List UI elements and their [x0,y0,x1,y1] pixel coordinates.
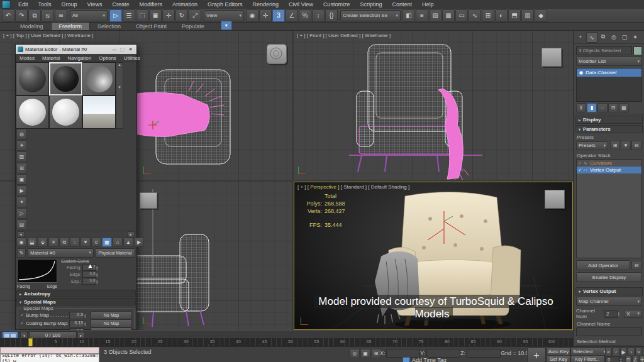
curve-param-value[interactable]: 0.8 [82,278,96,285]
select-and-link-icon[interactable]: ⧉ [28,9,41,22]
map-enable-checkbox[interactable]: ✓ [20,321,26,326]
rollout-parameters[interactable]: ▾Parameters [575,125,643,133]
menu-item[interactable]: Rendering [248,1,284,8]
pan-view-icon[interactable]: ✛ [639,355,644,362]
delete-preset-icon[interactable]: ⊟ [631,141,641,150]
modifier-stack-item[interactable]: Data Channel [586,70,616,75]
set-key-button[interactable]: Set Key [547,355,570,362]
select-by-material-icon[interactable]: ▷ [16,208,27,219]
zoom-extents-icon[interactable]: ⊡ [625,355,631,362]
operator-checkbox[interactable]: ✓ [578,168,584,173]
sample-type-icon[interactable]: ◍ [16,129,27,140]
operator-row[interactable]: ✓ ↦ Vertex Output [577,167,641,173]
scroll-right-icon[interactable]: ▸ [127,231,135,238]
menu-item[interactable]: Help [417,1,439,8]
maxscript-mini-listener[interactable]: SQLite error (14): os_win.c:35288: (5) w [0,354,99,362]
modifier-list-dropdown[interactable]: Modifier List [576,57,642,66]
time-slider-track[interactable]: ◂ 0 / 100 ▸ [0,330,573,339]
show-map-in-viewport-icon[interactable]: ▦ [102,238,112,247]
scene-helper-box[interactable] [140,192,157,209]
maxscript-mini-listener-pink[interactable] [0,347,99,354]
select-and-scale-icon[interactable]: ⤢ [189,9,201,22]
material-sample-slot[interactable] [49,96,82,129]
menu-item[interactable]: Scripting [355,1,387,8]
get-material-icon[interactable]: ◉ [16,238,26,247]
select-by-name-icon[interactable]: ☰ [123,9,135,22]
material-editor-menu-item[interactable]: Navigation [64,55,95,61]
operator-row[interactable]: ✓ ∿ Curvature [577,160,641,167]
track-ruler[interactable]: 5101520253035404550556065707580859095100 [0,338,573,346]
3dsmax-logo-icon[interactable] [2,1,11,9]
current-frame-field[interactable]: 0 [605,356,620,362]
material-editor-titlebar[interactable]: Material Editor - Material #0 — ▢ ✕ [16,45,136,54]
modify-tab-icon[interactable]: ∿ [586,32,597,43]
make-copy-icon[interactable]: ⧉ [59,238,69,247]
put-to-scene-icon[interactable]: ⬓ [27,238,37,247]
ribbon-tab[interactable]: Object Paint [128,23,174,30]
minimize-icon[interactable]: — [110,47,118,52]
reference-coordinate-dropdown[interactable]: View [204,10,244,21]
sample-tiling-icon[interactable]: ⊞ [16,163,27,173]
remove-modifier-icon[interactable]: ⊟ [608,103,618,112]
scene-helper-box[interactable] [267,44,287,64]
scroll-left-icon[interactable]: ◂ [17,231,25,238]
operator-stack-list[interactable]: ✓ ∿ Curvature ✓ ↦ Vertex Output [576,159,642,258]
viewport-perspective-label[interactable]: [ + ] [ Perspective ] [ Standard ] [ Def… [297,184,409,190]
material-map-navigator-icon[interactable]: ▤ [16,219,27,230]
channel-num-field[interactable]: 2 [604,310,618,318]
hierarchy-tab-icon[interactable]: ⧉ [598,32,608,41]
sample-scrollbar[interactable]: ▲▼ [116,62,123,129]
viewport-front[interactable]: [ + ] [ Front ] [ User Defined ] [ Wiref… [294,31,573,180]
material-editor-menu-item[interactable]: Material [38,55,64,61]
viewport-perspective[interactable]: [ + ] [ Perspective ] [ Standard ] [ Def… [294,182,573,330]
curve-param-value[interactable]: 0.8 [82,271,96,278]
named-selection-sets-dropdown[interactable]: Create Selection Se [340,10,401,21]
channel-axis-dropdown[interactable]: X [624,310,642,318]
rollout-special-maps[interactable]: ▾Special Maps [16,298,136,305]
align-icon[interactable]: ≡ [416,9,428,22]
edit-named-selection-sets-icon[interactable]: {} [325,9,338,22]
configure-modifier-icon[interactable]: ▦ [619,103,629,112]
rectangular-selection-region-icon[interactable]: ⬚ [136,9,148,22]
close-icon[interactable]: ✕ [126,47,135,52]
scene-explorer-icon[interactable]: ▤ [429,9,441,22]
material-options-icon[interactable]: ✦ [16,197,27,207]
rendered-frame-window-icon[interactable]: ▥ [521,9,534,22]
material-sample-slot[interactable] [16,96,49,129]
y-coord-field[interactable] [426,349,460,358]
save-preset-icon[interactable]: ▼ [621,141,631,150]
modifier-stack[interactable]: ◉ Data Channel [576,68,642,102]
reset-map-icon[interactable]: ✕ [48,238,58,247]
backlight-icon[interactable]: ☀ [16,140,27,151]
undo-icon[interactable]: ↶ [2,9,14,22]
background-icon[interactable]: ▨ [16,151,27,162]
ribbon-tab[interactable]: Freeform [51,22,91,30]
material-sample-slot[interactable] [82,62,116,96]
ribbon-tab[interactable]: Modeling [13,23,51,30]
snap-toggle-3d-icon[interactable]: 3 [272,9,285,22]
render-setup-icon[interactable]: ⬒ [508,9,521,22]
material-sample-slot[interactable] [49,62,82,96]
modifier-visibility-eye-icon[interactable]: ◉ [577,70,586,75]
material-type-button[interactable]: Physical Material [95,248,135,258]
map-channel-dropdown[interactable]: Map Channel [576,297,642,306]
menu-item[interactable]: Edit [13,1,33,8]
percent-snap-icon[interactable]: % [299,9,311,22]
scene-helper-box[interactable] [541,48,562,67]
curve-editor-icon[interactable]: ∿ [469,9,481,22]
map-amount-field[interactable]: 0.13 [69,320,84,327]
rollout-anisotropy[interactable]: ▸Anisotropy [16,290,136,297]
maximize-icon[interactable]: ▢ [118,47,126,52]
presets-dropdown[interactable]: Presets [576,141,608,150]
menu-item[interactable]: Views [82,1,108,8]
select-and-rotate-icon[interactable]: ↻ [175,9,188,22]
viewport-top-label[interactable]: [ + ] [ Top ] [ User Defined ] [ Wirefra… [3,33,93,38]
object-color-swatch[interactable] [633,47,642,55]
menu-item[interactable]: Customize [318,1,355,8]
selection-filter-dropdown[interactable]: All [70,10,108,21]
map-slot-button[interactable]: No Map [91,311,132,319]
show-end-result-icon[interactable]: ▮ [587,103,597,112]
chair-wireframe-front[interactable] [294,31,573,180]
map-slot-button[interactable]: No Map [91,319,132,327]
map-enable-checkbox[interactable]: ✓ [20,313,26,318]
